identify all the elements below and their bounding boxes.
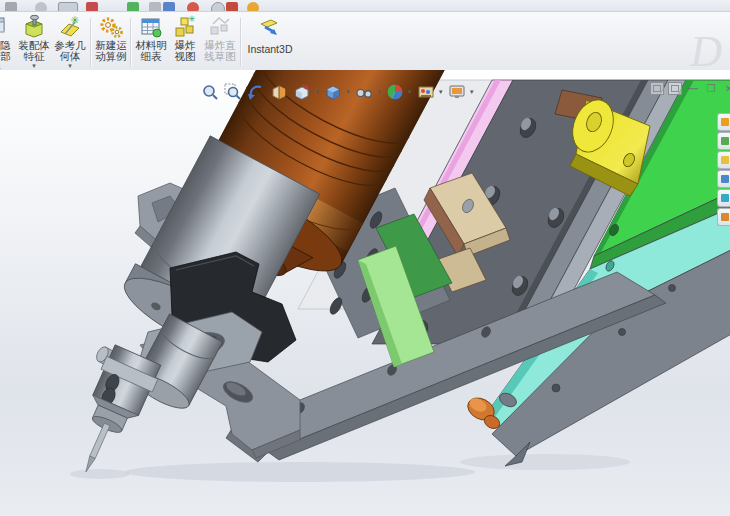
tab-file-explorer[interactable] [717, 151, 730, 169]
clipped-icon[interactable] [5, 2, 17, 12]
reference-geometry-icon: ✳ [57, 14, 83, 40]
clipped-icon[interactable] [163, 2, 175, 12]
home-icon [721, 118, 729, 126]
tab-view-palette[interactable] [717, 170, 730, 188]
section-view-button[interactable] [269, 82, 289, 102]
ribbon-button-label: 装配体特征 [16, 40, 52, 62]
zoom-to-fit-button[interactable] [200, 82, 220, 102]
folder-icon [721, 156, 729, 164]
dropdown-arrow-icon[interactable]: ▾ [32, 63, 36, 69]
clipped-icon[interactable] [187, 2, 199, 12]
edit-appearance-button[interactable] [385, 82, 405, 102]
display-style-button[interactable] [323, 82, 343, 102]
properties-icon [721, 213, 729, 221]
show-hidden-components-icon [0, 14, 8, 40]
assembly-features-icon [21, 14, 47, 40]
hide-show-items-button[interactable] [354, 82, 374, 102]
svg-text:✳: ✳ [70, 14, 79, 26]
tab-solidworks-resources[interactable] [717, 113, 730, 131]
bill-of-materials-icon [138, 14, 164, 40]
ribbon-button-instant3d[interactable]: Instant3D [244, 14, 296, 71]
ribbon-button-bill-of-materials[interactable]: 材料明细表 [133, 14, 169, 68]
ribbon-button-new-motion-study[interactable]: 新建运动算例 [93, 14, 129, 68]
clipped-icon[interactable] [127, 2, 139, 12]
command-manager-ribbon: D 显示隐藏零部件 装配体特征 ▾ ✳ 参考几何体 [0, 12, 730, 71]
clipped-icon[interactable] [247, 2, 259, 12]
clipped-icon[interactable] [86, 2, 98, 12]
clipped-icon[interactable] [58, 2, 78, 12]
restore-button[interactable]: ❐ [704, 82, 718, 95]
ribbon-separator [90, 18, 91, 66]
model-shadow [70, 454, 630, 482]
nozzle-assembly[interactable] [60, 344, 163, 484]
ribbon-separator [130, 18, 131, 66]
ribbon-button-label: 爆炸直线草图 [202, 40, 238, 62]
dropdown-arrow-icon[interactable]: ▼ [469, 89, 475, 95]
ribbon-button-label: 爆炸视图 [170, 40, 200, 62]
ribbon-button-reference-geometry[interactable]: ✳ 参考几何体 ▾ [52, 14, 88, 68]
clipped-icon[interactable] [226, 2, 238, 12]
apply-scene-button[interactable] [416, 82, 436, 102]
zoom-to-area-button[interactable] [223, 82, 243, 102]
globe-icon [721, 194, 729, 202]
clipped-icon[interactable] [211, 2, 225, 12]
exploded-view-icon: ✳ [172, 14, 198, 40]
palette-icon [721, 175, 729, 183]
dropdown-arrow-icon[interactable]: ▼ [314, 89, 320, 95]
ribbon-button-explode-line-sketch[interactable]: 爆炸直线草图 [202, 14, 238, 68]
clipped-icon[interactable] [149, 2, 161, 12]
ribbon-separator [240, 18, 241, 66]
tab-appearances-scenes[interactable] [717, 189, 730, 207]
view-settings-button[interactable] [447, 82, 467, 102]
ribbon-button-show-hidden-components[interactable]: 显示隐藏零部件 [0, 14, 12, 68]
ribbon-button-label: 显示隐藏零部件 [0, 40, 12, 71]
explode-line-sketch-icon [207, 14, 233, 40]
ribbon-button-label: 新建运动算例 [93, 40, 129, 62]
background-watermark: D [690, 26, 722, 71]
graphics-viewport[interactable]: ▼ ▼ ▼ ▼ ▼ ▼ — ❐ ✕ [0, 70, 730, 516]
ribbon-button-exploded-view[interactable]: ✳ 爆炸视图 [170, 14, 200, 68]
new-motion-study-icon [98, 14, 124, 40]
ribbon-button-label: 材料明细表 [133, 40, 169, 62]
minimize-button[interactable]: — [686, 82, 700, 95]
task-pane-tabs [717, 113, 730, 227]
face-hole [619, 329, 626, 336]
ribbon-button-label: 参考几何体 [52, 40, 88, 62]
previous-view-button[interactable] [246, 82, 266, 102]
nozzle-body[interactable] [60, 344, 163, 484]
tab-design-library[interactable] [717, 132, 730, 150]
document-window-controls: — ❐ ✕ [650, 82, 730, 95]
dropdown-arrow-icon[interactable]: ▼ [345, 89, 351, 95]
face-hole [669, 285, 676, 292]
assembly-3d-model[interactable] [0, 70, 730, 516]
close-button[interactable]: ✕ [722, 82, 730, 95]
ribbon-button-assembly-features[interactable]: 装配体特征 ▾ [16, 14, 52, 68]
books-icon [721, 137, 729, 145]
ribbon-button-label: Instant3D [248, 44, 293, 55]
clipped-icon[interactable] [35, 2, 47, 12]
heads-up-view-toolbar: ▼ ▼ ▼ ▼ ▼ ▼ [200, 82, 478, 102]
pane-split-icon[interactable] [650, 82, 664, 95]
dropdown-arrow-icon[interactable]: ▾ [68, 63, 72, 69]
svg-text:✳: ✳ [188, 14, 196, 24]
dropdown-arrow-icon[interactable]: ▼ [376, 89, 382, 95]
view-orientation-button[interactable] [292, 82, 312, 102]
pane-split-icon[interactable] [668, 82, 682, 95]
quick-access-toolbar-clipped [0, 0, 730, 12]
tab-custom-properties[interactable] [717, 208, 730, 226]
face-hole [552, 384, 560, 392]
dropdown-arrow-icon[interactable]: ▼ [438, 89, 444, 95]
instant3d-icon [257, 18, 283, 44]
dropdown-arrow-icon[interactable]: ▼ [407, 89, 413, 95]
